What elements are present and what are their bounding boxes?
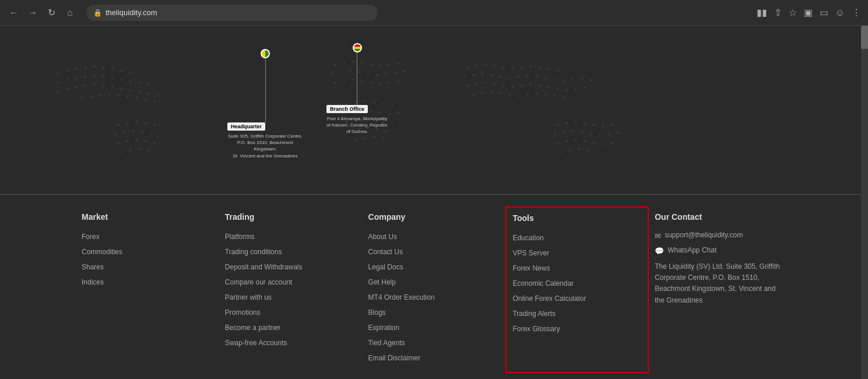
list-item: Partner with us: [225, 292, 357, 302]
profile-icon[interactable]: ☺: [835, 8, 845, 18]
svg-point-169: [602, 125, 604, 127]
svg-point-4: [93, 65, 96, 68]
address-bar[interactable]: 🔒 theliquidity.com: [86, 5, 378, 21]
market-indices-link[interactable]: Indices: [82, 278, 104, 286]
market-commodities-link[interactable]: Commodities: [82, 248, 122, 256]
contact-heading: Our Contact: [655, 212, 786, 222]
svg-point-27: [120, 87, 122, 90]
back-button[interactable]: ←: [7, 6, 21, 20]
tab-search-icon[interactable]: ▭: [820, 7, 828, 18]
contact-email-link[interactable]: support@theliquidity.com: [665, 231, 743, 239]
forward-button[interactable]: →: [26, 6, 40, 20]
trading-conditions-link[interactable]: Trading conditions: [225, 248, 282, 256]
svg-point-167: [584, 122, 586, 124]
trading-platforms-link[interactable]: Platforms: [225, 233, 255, 241]
hq-label: Headquarter: [227, 122, 265, 131]
cast-icon[interactable]: ▮▮: [757, 7, 767, 18]
svg-point-84: [397, 80, 399, 83]
svg-point-156: [499, 92, 501, 94]
footer-trading-col: Trading Platforms Trading conditions Dep…: [225, 212, 357, 367]
svg-point-175: [589, 133, 592, 135]
list-item: Trading Alerts: [512, 308, 642, 318]
svg-point-128: [499, 76, 501, 78]
svg-point-121: [539, 66, 541, 69]
svg-point-45: [153, 124, 156, 126]
trading-deposit-link[interactable]: Deposit and Withdrawals: [225, 263, 303, 271]
trading-links: Platforms Trading conditions Deposit and…: [225, 231, 357, 348]
svg-point-162: [553, 95, 556, 97]
trading-compare-link[interactable]: Compare our account: [225, 278, 292, 286]
bookmark-icon[interactable]: ☆: [789, 7, 797, 18]
list-item: Forex: [82, 231, 213, 241]
svg-point-50: [150, 133, 153, 135]
svg-point-97: [397, 112, 399, 114]
svg-point-26: [111, 86, 114, 88]
company-about-link[interactable]: About Us: [368, 233, 397, 241]
svg-point-171: [553, 133, 556, 135]
svg-point-29: [138, 90, 140, 93]
svg-point-117: [502, 66, 505, 69]
svg-point-148: [547, 86, 550, 88]
svg-point-44: [145, 122, 147, 124]
company-legal-link[interactable]: Legal Docs: [368, 263, 403, 271]
tools-calendar-link[interactable]: Economic Calendar: [512, 279, 574, 287]
svg-point-110: [364, 137, 366, 139]
svg-point-168: [592, 124, 595, 126]
company-disclaimer-link[interactable]: Email Disclaimer: [368, 354, 420, 362]
menu-icon[interactable]: ⋮: [852, 7, 861, 18]
market-shares-link[interactable]: Shares: [82, 263, 104, 271]
tools-glossary-link[interactable]: Forex Glossary: [512, 325, 560, 333]
svg-point-134: [553, 79, 556, 81]
svg-point-5: [102, 66, 104, 69]
company-help-link[interactable]: Get Help: [368, 278, 396, 286]
list-item: Shares: [82, 261, 213, 272]
company-mt4-link[interactable]: MT4 Order Execution: [368, 293, 435, 301]
svg-point-181: [575, 139, 577, 141]
list-item: Forex News: [512, 262, 642, 273]
list-item: VPS Server: [512, 247, 642, 258]
browser-chrome: ← → ↻ ⌂ 🔒 theliquidity.com ▮▮ ⇧ ☆ ▣ ▭ ☺ …: [0, 0, 868, 26]
svg-point-41: [117, 124, 120, 126]
branch-pin-line: [357, 52, 357, 105]
svg-point-183: [592, 142, 595, 144]
company-blogs-link[interactable]: Blogs: [368, 308, 386, 317]
tools-education-link[interactable]: Education: [512, 234, 543, 242]
svg-point-109: [355, 139, 357, 141]
svg-point-23: [84, 85, 86, 87]
market-forex-link[interactable]: Forex: [82, 233, 100, 241]
svg-point-21: [66, 87, 68, 90]
home-button[interactable]: ⌂: [63, 6, 77, 20]
reload-button[interactable]: ↻: [44, 6, 58, 20]
tools-alerts-link[interactable]: Trading Alerts: [512, 310, 556, 318]
company-expiration-link[interactable]: Expiration: [368, 324, 399, 332]
footer-company-col: Company About Us Contact Us Legal Docs G…: [368, 212, 500, 367]
scrollbar-thumb[interactable]: [861, 26, 868, 49]
tools-calculator-link[interactable]: Online Forex Calculator: [512, 294, 586, 303]
svg-point-146: [529, 83, 532, 86]
svg-point-36: [117, 94, 120, 97]
svg-point-136: [571, 79, 574, 81]
extensions-icon[interactable]: ▣: [804, 7, 813, 18]
trading-partner-link[interactable]: Partner with us: [225, 293, 272, 301]
svg-point-159: [526, 94, 529, 96]
svg-point-144: [511, 86, 514, 88]
list-item: About Us: [368, 231, 500, 241]
trading-become-partner-link[interactable]: Become a partner: [225, 324, 280, 332]
hq-pin-circle: [261, 49, 270, 58]
contact-whatsapp-link[interactable]: WhatsApp Chat: [667, 246, 716, 254]
trading-swapfree-link[interactable]: Swap-free Accounts: [225, 339, 287, 347]
svg-point-111: [373, 136, 375, 138]
svg-point-76: [403, 70, 405, 72]
tools-vps-link[interactable]: VPS Server: [512, 249, 549, 257]
svg-point-17: [129, 80, 132, 83]
url-text: theliquidity.com: [106, 8, 157, 17]
share-icon[interactable]: ⇧: [774, 7, 782, 18]
svg-point-54: [145, 140, 147, 142]
tools-news-link[interactable]: Forex News: [512, 264, 550, 272]
company-tied-link[interactable]: Tied Agents: [368, 339, 405, 347]
svg-point-161: [544, 94, 547, 96]
company-contact-link[interactable]: Contact Us: [368, 248, 403, 256]
svg-point-173: [571, 130, 574, 132]
trading-promotions-link[interactable]: Promotions: [225, 308, 261, 317]
svg-point-59: [147, 149, 150, 152]
